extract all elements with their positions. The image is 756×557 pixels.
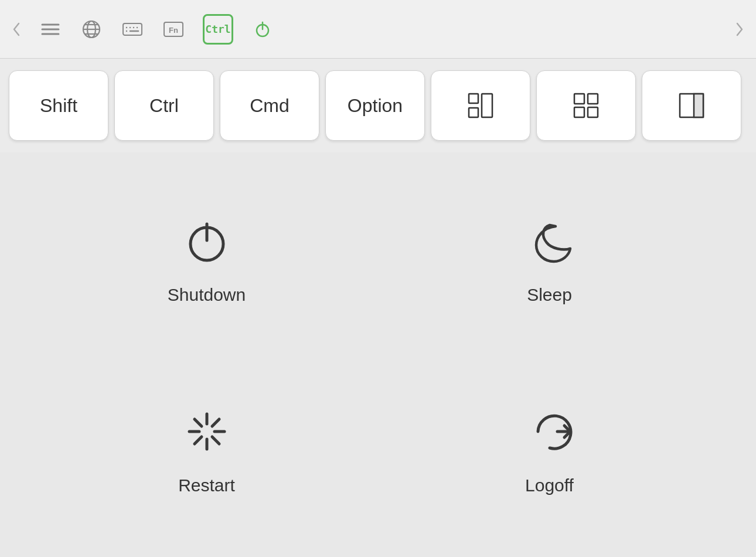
shutdown-label: Shutdown xyxy=(168,285,246,305)
fn-icon[interactable]: Fn xyxy=(162,18,185,41)
logoff-label: Logoff xyxy=(525,476,574,495)
power-toolbar-icon[interactable] xyxy=(251,18,274,41)
svg-rect-22 xyxy=(574,94,584,104)
ctrl-label: Ctrl xyxy=(149,95,179,117)
svg-line-37 xyxy=(195,437,202,444)
svg-rect-19 xyxy=(469,94,478,103)
toolbar: Fn Ctrl xyxy=(0,0,756,59)
keyboard-icon[interactable] xyxy=(121,18,144,41)
svg-line-34 xyxy=(195,419,202,426)
layout1-key[interactable] xyxy=(431,70,530,141)
restart-label: Restart xyxy=(178,476,235,495)
ctrl-active-label: Ctrl xyxy=(205,23,230,35)
shift-key[interactable]: Shift xyxy=(9,70,108,141)
ctrl-active-icon[interactable]: Ctrl xyxy=(203,14,233,45)
ctrl-key[interactable]: Ctrl xyxy=(114,70,214,141)
main-content: Shutdown Sleep Restart Logoff xyxy=(0,152,756,557)
svg-line-36 xyxy=(212,419,219,426)
svg-rect-27 xyxy=(694,94,703,117)
restart-icon xyxy=(181,405,233,458)
option-key[interactable]: Option xyxy=(325,70,425,141)
logoff-icon xyxy=(523,405,576,458)
shift-label: Shift xyxy=(40,95,77,117)
restart-action[interactable]: Restart xyxy=(47,366,366,534)
shutdown-icon xyxy=(181,215,233,267)
layout3-key[interactable] xyxy=(642,70,741,141)
sleep-action[interactable]: Sleep xyxy=(390,176,709,343)
globe-icon[interactable] xyxy=(80,18,103,41)
svg-rect-20 xyxy=(469,108,478,117)
svg-text:Fn: Fn xyxy=(169,26,178,35)
svg-rect-8 xyxy=(123,23,142,35)
cmd-label: Cmd xyxy=(250,95,290,117)
cmd-key[interactable]: Cmd xyxy=(220,70,319,141)
nav-right-arrow[interactable] xyxy=(735,21,744,38)
hamburger-menu-icon[interactable] xyxy=(39,18,62,41)
svg-rect-25 xyxy=(588,107,598,117)
svg-rect-21 xyxy=(482,94,492,117)
svg-line-35 xyxy=(212,437,219,444)
keys-row: Shift Ctrl Cmd Option xyxy=(0,59,756,152)
svg-rect-24 xyxy=(574,107,584,117)
option-label: Option xyxy=(348,95,403,117)
logoff-action[interactable]: Logoff xyxy=(390,366,709,534)
svg-rect-23 xyxy=(588,94,598,104)
layout2-key[interactable] xyxy=(536,70,636,141)
shutdown-action[interactable]: Shutdown xyxy=(47,176,366,343)
sleep-icon xyxy=(523,215,576,267)
sleep-label: Sleep xyxy=(527,285,572,305)
nav-left-arrow[interactable] xyxy=(12,21,21,38)
